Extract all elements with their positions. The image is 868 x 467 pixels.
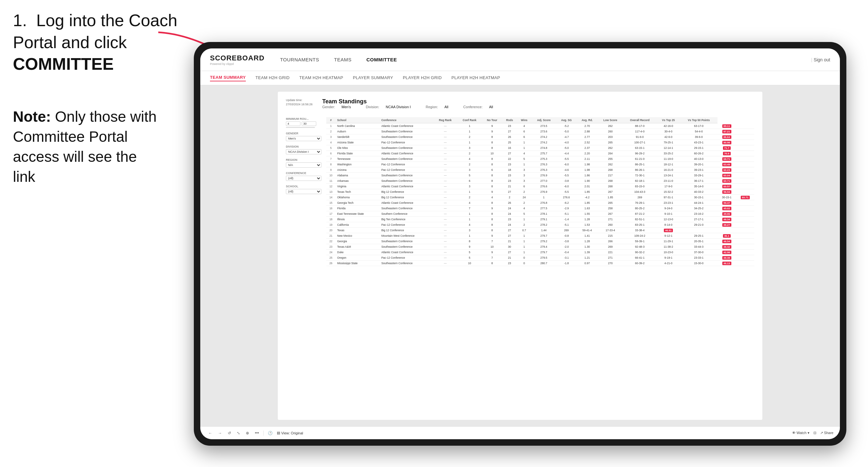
table-row: 11ArkansasSoutheastern Conference—682332…: [326, 178, 754, 184]
panel-header: Update time: 27/03/2024 16:56:26 Team St…: [286, 98, 754, 113]
region-select[interactable]: N/A: [286, 162, 321, 167]
subnav-team-h2h-heatmap[interactable]: TEAM H2H HEATMAP: [299, 75, 343, 81]
region-sidebar-label: Region: [286, 158, 321, 161]
view-original-btn[interactable]: ▤ View: Original: [277, 431, 303, 435]
gender-select[interactable]: Men's: [286, 136, 321, 141]
col-vs-top50-points: Vs Top 50 Points: [680, 117, 717, 123]
table-row: 22GeorgiaSoutheastern Conference—8721127…: [326, 239, 754, 244]
share-btn[interactable]: ↗ Share: [820, 431, 833, 435]
gender-sidebar-label: Gender: [286, 132, 321, 135]
toolbar-expand[interactable]: ⤡: [235, 430, 242, 436]
sign-out-button[interactable]: Sign out: [811, 57, 830, 62]
table-row: 4Arizona StatePac-12 Conference—18251274…: [326, 140, 754, 145]
subnav-team-summary[interactable]: TEAM SUMMARY: [210, 75, 246, 82]
table-row: 17East Tennessee StateSouthern Conferenc…: [326, 211, 754, 217]
view-icon: ▤: [277, 431, 280, 435]
tablet-screen: SCOREBOARD Powered by clippd TOURNAMENTS…: [200, 49, 840, 439]
min-rounds-slider[interactable]: [286, 127, 315, 128]
committee-bold: COMMITTEE: [13, 55, 114, 73]
min-rounds-label: Minimum Rou...: [286, 117, 321, 121]
standings-title-area: Team Standings Gender: Men's Division: N…: [322, 98, 493, 113]
filters-row: Gender: Men's Division: NCAA Division I …: [322, 105, 493, 109]
standings-table: # School Conference Reg Rank Conf Rank N…: [326, 117, 754, 266]
instruction-area: 1. Log into the Coach Portal and click C…: [13, 10, 200, 82]
logo-powered: Powered by clippd: [210, 62, 265, 66]
col-overall-record: Overall Record: [623, 117, 656, 123]
min-rounds-min-input[interactable]: [286, 121, 301, 126]
table-row: 15Georgia TechAtlantic Coast Conference—…: [326, 200, 754, 206]
subnav-player-h2h-grid[interactable]: PLAYER H2H GRID: [403, 75, 442, 81]
tablet: SCOREBOARD Powered by clippd TOURNAMENTS…: [194, 42, 846, 446]
nav-tournaments[interactable]: TOURNAMENTS: [278, 55, 322, 64]
note-text: Note: Only those with Committee Portal a…: [13, 106, 161, 187]
col-low-score: Low Score: [598, 117, 623, 123]
nav-committee[interactable]: COMMITTEE: [364, 55, 400, 64]
note-label: Note:: [13, 108, 51, 125]
toolbar-refresh[interactable]: ↺: [226, 430, 232, 436]
table-row: 18IllinoisBig Ten Conference—18231279.1-…: [326, 217, 754, 222]
division-filter-label: Division:: [366, 105, 379, 109]
conference-group: Conference (All): [286, 172, 321, 181]
toolbar-copy-btn[interactable]: ⊡: [813, 431, 816, 435]
conference-filter-label: Conference:: [463, 105, 483, 109]
col-rnds: Rnds: [502, 117, 517, 123]
table-area: Minimum Rou... Gender Men's: [286, 117, 754, 266]
division-filter-value: NCAA Division I: [386, 105, 411, 109]
table-row: 20TexasBig 12 Conference—38270.71.442695…: [326, 228, 754, 233]
view-label: View: Original: [281, 431, 303, 435]
logo-scoreboard: SCOREBOARD: [210, 54, 265, 62]
table-row: 26Mississippi StateSoutheastern Conferen…: [326, 261, 754, 266]
table-row: 19CaliforniaPac-12 Conference—48242278.2…: [326, 222, 754, 228]
toolbar-sep: [263, 431, 264, 436]
conference-filter-value: All: [489, 105, 493, 109]
subnav-player-h2h-heatmap[interactable]: PLAYER H2H HEATMAP: [451, 75, 500, 81]
team-table: # School Conference Reg Rank Conf Rank N…: [326, 117, 754, 266]
col-adj-score: Adj. Score: [531, 117, 556, 123]
table-row: 23Texas A&MSoutheastern Conference—91030…: [326, 244, 754, 250]
table-row: 2AuburnSoutheastern Conference—19276273.…: [326, 129, 754, 134]
gender-group: Gender Men's: [286, 132, 321, 141]
navbar: SCOREBOARD Powered by clippd TOURNAMENTS…: [200, 49, 840, 71]
nav-items: TOURNAMENTS TEAMS COMMITTEE: [278, 55, 400, 64]
main-content: Update time: 27/03/2024 16:56:26 Team St…: [200, 85, 840, 426]
nav-teams[interactable]: TEAMS: [332, 55, 354, 64]
gender-filter-label: Gender:: [322, 105, 335, 109]
content-panel: Update time: 27/03/2024 16:56:26 Team St…: [278, 92, 763, 420]
update-time: Update time: 27/03/2024 16:56:26: [286, 98, 313, 106]
update-value: 27/03/2024 16:56:26: [286, 103, 313, 106]
col-wins: Wins: [517, 117, 531, 123]
logo-area: SCOREBOARD Powered by clippd: [210, 54, 265, 66]
table-row: 3VanderbiltSoutheastern Conference—28266…: [326, 134, 754, 140]
subnav-team-h2h-grid[interactable]: TEAM H2H GRID: [255, 75, 290, 81]
toolbar-forward[interactable]: →: [216, 430, 223, 436]
table-row: 5Ole MissSoutheastern Conference—3816127…: [326, 145, 754, 151]
toolbar-back[interactable]: ←: [207, 430, 214, 436]
col-no-tour: No Tour: [482, 117, 502, 123]
conference-select[interactable]: (All): [286, 176, 321, 181]
col-avg-sg: Avg. SG: [556, 117, 577, 123]
region-filter-value: All: [444, 105, 448, 109]
update-label: Update time:: [286, 98, 302, 102]
col-conf-rank: Conf Rank: [457, 117, 482, 123]
min-rounds-inputs: [286, 121, 321, 126]
toolbar-add[interactable]: ⊕: [244, 430, 251, 436]
table-row: 16FloridaSoutheastern Conference—7924427…: [326, 206, 754, 211]
table-row: 1North CarolinaAtlantic Coast Conference…: [326, 123, 754, 129]
toolbar-time: 🕐: [266, 430, 274, 436]
col-reg-rank: Reg Rank: [434, 117, 457, 123]
table-row: 13Texas TechBig 12 Conference—19272276.9…: [326, 189, 754, 195]
gender-filter-value: Men's: [341, 105, 351, 109]
school-select[interactable]: (All): [286, 189, 321, 194]
table-row: 12VirginiaAtlantic Coast Conference—3821…: [326, 184, 754, 189]
table-row: 25OregonPac-12 Conference—57210279.5-3.1…: [326, 255, 754, 261]
min-rounds-max-input[interactable]: [302, 121, 316, 126]
col-vs-top25: Vs Top 25: [657, 117, 680, 123]
toolbar-more[interactable]: •••: [253, 430, 261, 436]
table-row: 21New MexicoMountain West Conference—192…: [326, 233, 754, 239]
subnav-player-summary[interactable]: PLAYER SUMMARY: [353, 75, 393, 81]
watch-btn[interactable]: 👁 Watch ▾: [792, 431, 809, 435]
col-school: School: [336, 117, 380, 123]
table-row: 7TennesseeSoutheastern Conference—482252…: [326, 156, 754, 162]
division-select[interactable]: NCAA Division I: [286, 149, 321, 154]
table-row: 8WashingtonPac-12 Conference—28231276.3-…: [326, 162, 754, 167]
